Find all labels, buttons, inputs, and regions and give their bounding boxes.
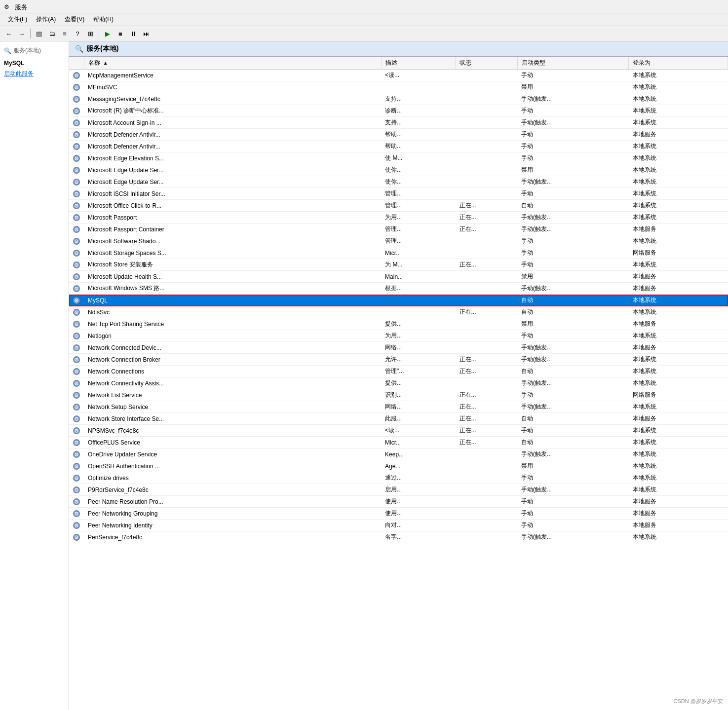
service-startup: 禁用 (517, 460, 629, 472)
forward-button[interactable]: → (16, 28, 28, 39)
table-row[interactable]: ⚙Microsoft Account Sign-in ...支持...手动(触发… (69, 117, 728, 129)
service-startup: 手动 (517, 472, 629, 484)
table-row[interactable]: ⚙Microsoft Edge Update Ser...使你...手动(触发.… (69, 176, 728, 188)
table-row[interactable]: ⚙NdisSvc正在...自动本地系统 (69, 306, 728, 318)
service-login: 网络服务 (629, 247, 728, 259)
menu-item-v[interactable]: 查看(V) (61, 14, 88, 25)
col-startup-header[interactable]: 启动类型 (517, 57, 629, 70)
restart-button[interactable]: ⏭ (140, 28, 152, 39)
start-service-link[interactable]: 启动此服务 (4, 70, 34, 77)
table-row[interactable]: ⚙Microsoft Passport Container管理...正在...手… (69, 224, 728, 235)
table-row[interactable]: ⚙Net.Tcp Port Sharing Service提供...禁用本地服务 (69, 318, 728, 330)
help-button[interactable]: ? (72, 28, 83, 39)
service-startup: 手动 (517, 235, 629, 247)
col-status-header[interactable]: 状态 (456, 57, 517, 70)
table-row[interactable]: ⚙PenService_f7c4e8c名字...手动(触发...本地系统 (69, 531, 728, 543)
service-startup: 手动(触发... (517, 354, 629, 366)
service-login: 本地系统 (629, 306, 728, 318)
service-icon: ⚙ (69, 389, 84, 401)
table-row[interactable]: ⚙Microsoft (R) 诊断中心标准...诊断...手动本地系统 (69, 105, 728, 117)
service-login: 本地系统 (629, 200, 728, 212)
table-row[interactable]: ⚙Peer Networking Grouping使用...手动本地服务 (69, 508, 728, 520)
service-name: Microsoft Software Shado... (84, 235, 381, 247)
services-list: 名称 ▲ 描述 状态 启动类型 登录为 ⚙McpManagementServic… (69, 57, 728, 543)
table-row[interactable]: ⚙Microsoft Update Health S...Main...禁用本地… (69, 271, 728, 283)
table-row[interactable]: ⚙Network Connections管理"...正在...自动本地系统 (69, 366, 728, 377)
table-row[interactable]: ⚙Microsoft Defender Antivir...帮助...手动本地系… (69, 141, 728, 152)
service-login: 本地服务 (629, 496, 728, 508)
table-row[interactable]: ⚙Microsoft Defender Antivir...帮助...手动本地服… (69, 129, 728, 141)
table-row[interactable]: ⚙Network Connected Devic...网络...手动(触发...… (69, 342, 728, 354)
col-login-header[interactable]: 登录为 (629, 57, 728, 70)
service-name: Microsoft Defender Antivir... (84, 141, 381, 152)
service-name: P9RdrService_f7c4e8c (84, 484, 381, 496)
menu-item-f[interactable]: 文件(F) (4, 14, 31, 25)
service-status (456, 496, 517, 508)
table-row[interactable]: ⚙Network Connectivity Assis...提供...手动(触发… (69, 377, 728, 389)
service-name: Network List Service (84, 389, 381, 401)
service-status: 正在... (456, 306, 517, 318)
service-login: 本地系统 (629, 354, 728, 366)
back-button[interactable]: ← (3, 28, 15, 39)
service-startup: 手动(触发... (517, 377, 629, 389)
table-row[interactable]: ⚙Microsoft Office Click-to-R...管理...正在..… (69, 200, 728, 212)
table-row[interactable]: ⚙MessagingService_f7c4e8c支持...手动(触发...本地… (69, 93, 728, 105)
service-status (456, 460, 517, 472)
service-name: Network Connection Broker (84, 354, 381, 366)
table-row[interactable]: ⚙Network Connection Broker允许...正在...手动(触… (69, 354, 728, 366)
show-hide-button[interactable]: ▤ (33, 28, 45, 39)
table-row[interactable]: ⚙Peer Networking Identity向对...手动本地服务 (69, 520, 728, 531)
col-desc-header[interactable]: 描述 (381, 57, 456, 70)
table-row[interactable]: ⚙Network List Service识别...正在...手动网络服务 (69, 389, 728, 401)
menu-item-a[interactable]: 操作(A) (32, 14, 60, 25)
table-row[interactable]: ⚙Microsoft Edge Update Ser...使你...禁用本地系统 (69, 164, 728, 176)
table-row[interactable]: ⚙OfficePLUS ServiceMicr...正在...自动本地系统 (69, 437, 728, 448)
service-login: 本地服务 (629, 224, 728, 235)
tree-button[interactable]: 🗂 (46, 28, 58, 39)
service-startup: 手动 (517, 70, 629, 81)
service-name: PenService_f7c4e8c (84, 531, 381, 543)
table-row[interactable]: ⚙Network Store Interface Se...此服...正在...… (69, 413, 728, 425)
service-desc: Age... (381, 460, 456, 472)
table-row[interactable]: ⚙Microsoft iSCSI Initiator Ser...管理...手动… (69, 188, 728, 200)
service-icon: ⚙ (69, 81, 84, 93)
table-row[interactable]: ⚙MySQL自动本地系统 (69, 295, 728, 306)
export-button[interactable]: ⊞ (84, 28, 96, 39)
menu-item-h[interactable]: 帮助(H) (89, 14, 117, 25)
pause-button[interactable]: ⏸ (127, 28, 139, 39)
service-icon: ⚙ (69, 283, 84, 295)
service-name: McpManagementService (84, 70, 381, 81)
table-row[interactable]: ⚙Netlogon为用...手动本地系统 (69, 330, 728, 342)
service-login: 本地系统 (629, 377, 728, 389)
menu-bar: 文件(F)操作(A)查看(V)帮助(H) (0, 13, 728, 26)
service-desc: 网络... (381, 342, 456, 354)
table-row[interactable]: ⚙Microsoft Windows SMS 路...根据...手动(触发...… (69, 283, 728, 295)
col-name-header[interactable]: 名称 ▲ (84, 57, 381, 70)
service-status (456, 105, 517, 117)
table-row[interactable]: ⚙McpManagementService<读...手动本地系统 (69, 70, 728, 81)
service-icon: ⚙ (69, 164, 84, 176)
service-icon: ⚙ (69, 377, 84, 389)
service-status (456, 283, 517, 295)
service-startup: 手动(触发... (517, 212, 629, 224)
service-status (456, 484, 517, 496)
table-row[interactable]: ⚙Microsoft Store 安装服务为 M...正在...手动本地系统 (69, 259, 728, 271)
play-button[interactable]: ▶ (102, 28, 114, 39)
table-row[interactable]: ⚙Microsoft Edge Elevation S...使 M...手动本地… (69, 152, 728, 164)
table-row[interactable]: ⚙P9RdrService_f7c4e8c启用...手动(触发...本地系统 (69, 484, 728, 496)
table-row[interactable]: ⚙OpenSSH Authentication ...Age...禁用本地系统 (69, 460, 728, 472)
table-row[interactable]: ⚙Network Setup Service网络...正在...手动(触发...… (69, 401, 728, 413)
table-row[interactable]: ⚙Microsoft Storage Spaces S...Micr...手动网… (69, 247, 728, 259)
table-row[interactable]: ⚙MEmuSVC禁用本地系统 (69, 81, 728, 93)
table-row[interactable]: ⚙NPSMSvc_f7c4e8c<读...正在...手动本地系统 (69, 425, 728, 437)
list-button[interactable]: ≡ (59, 28, 71, 39)
table-row[interactable]: ⚙Optimize drives通过...手动本地系统 (69, 472, 728, 484)
services-table[interactable]: 名称 ▲ 描述 状态 启动类型 登录为 ⚙McpManagementServic… (69, 57, 728, 710)
sidebar: 🔍 服务(本地) MySQL 启动此服务 (0, 41, 69, 710)
table-row[interactable]: ⚙Microsoft Passport为用...正在...手动(触发...本地系… (69, 212, 728, 224)
table-row[interactable]: ⚙Microsoft Software Shado...管理...手动本地系统 (69, 235, 728, 247)
table-row[interactable]: ⚙OneDrive Updater ServiceKeep...手动(触发...… (69, 448, 728, 460)
stop-button[interactable]: ■ (115, 28, 126, 39)
table-row[interactable]: ⚙Peer Name Resolution Pro...使用...手动本地服务 (69, 496, 728, 508)
title-bar: ⚙ 服务 (0, 0, 728, 13)
